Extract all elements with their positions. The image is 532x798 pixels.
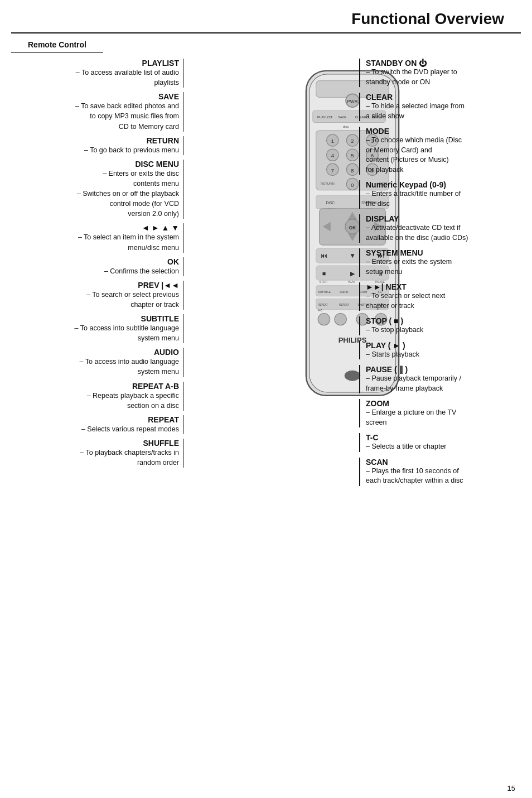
right-feature-desc-scan: – Plays the first 10 seconds of each tra… <box>366 467 515 486</box>
right-feature-desc-next: – To search or select next chapter or tr… <box>366 291 515 311</box>
left-feature-ok: OK– Confirms the selection <box>17 257 184 276</box>
left-panel: PLAYLIST– To access available list of au… <box>11 53 184 778</box>
right-feature-title-mode: MODE <box>366 127 515 136</box>
feature-title-audio: AUDIO <box>17 348 179 357</box>
svg-text:▼: ▼ <box>349 252 356 259</box>
svg-text:SAVE: SAVE <box>338 116 346 119</box>
svg-text:OK: OK <box>349 225 356 230</box>
svg-text:STOP: STOP <box>320 280 328 283</box>
svg-text:disc: disc <box>343 125 349 128</box>
right-feature-title-display: DISPLAY <box>366 214 515 223</box>
feature-desc-save: – To save back edited photos and to copy… <box>17 101 179 131</box>
feature-title-shuffle: SHUFFLE <box>17 439 179 448</box>
right-feature-desc-play: – Starts playback <box>366 350 515 360</box>
feature-title-disc-menu: DISC MENU <box>17 160 179 169</box>
svg-point-69 <box>335 314 346 325</box>
right-feature-desc-display: – Activate/deactivate CD text if availab… <box>366 223 515 243</box>
left-feature-playlist: PLAYLIST– To access available list of au… <box>17 59 184 88</box>
svg-text:SUBTITLE: SUBTITLE <box>318 291 331 294</box>
right-feature-standby: STANDBY ON ⏻– To switch the DVD player t… <box>359 59 515 87</box>
svg-text:7: 7 <box>331 167 334 174</box>
feature-title-repeat: REPEAT <box>17 415 179 424</box>
left-feature-repeat-ab: REPEAT A-B– Repeats playback a specific … <box>17 382 184 411</box>
svg-text:5: 5 <box>351 152 354 158</box>
right-feature-display: DISPLAY– Activate/deactivate CD text if … <box>359 214 515 243</box>
right-feature-desc-clear: – To hide a selected image from a slide … <box>366 102 515 121</box>
feature-desc-shuffle: – To playback chapters/tracks in random … <box>17 448 179 468</box>
right-feature-play: PLAY ( ► )– Starts playback <box>359 341 515 360</box>
right-feature-desc-system-menu: – Enters or exits the system setup menu <box>366 257 515 277</box>
right-feature-desc-tc: – Selects a title or chapter <box>366 442 515 452</box>
right-feature-zoom: ZOOM– Enlarge a picture on the TV screen <box>359 399 515 427</box>
right-feature-title-stop: STOP ( ■ ) <box>366 316 515 325</box>
left-feature-repeat: REPEAT– Selects various repeat modes <box>17 415 184 434</box>
feature-title-repeat-ab: REPEAT A-B <box>17 382 179 391</box>
left-feature-shuffle: SHUFFLE– To playback chapters/tracks in … <box>17 439 184 468</box>
right-feature-title-system-menu: SYSTEM MENU <box>366 248 515 257</box>
svg-text:8: 8 <box>351 167 354 174</box>
feature-title-return: RETURN <box>17 136 179 145</box>
left-feature-return: RETURN– To go back to previous menu <box>17 136 184 155</box>
svg-point-73 <box>345 371 361 381</box>
right-feature-mode: MODE– To choose which media (Disc or Mem… <box>359 127 515 175</box>
svg-text:1: 1 <box>331 138 334 144</box>
feature-desc-prev: – To search or select previous chapter o… <box>17 290 179 310</box>
right-feature-title-numeric: Numeric Keypad (0-9) <box>366 180 515 189</box>
svg-text:AUDIO: AUDIO <box>340 291 348 294</box>
right-feature-title-pause: PAUSE ( ‖ ) <box>366 365 515 374</box>
right-feature-stop: STOP ( ■ )– To stop playback <box>359 316 515 335</box>
page-number: 15 <box>507 784 515 792</box>
left-feature-subtitle: SUBTITLE– To access into subtitle langua… <box>17 314 184 343</box>
svg-text:RETURN: RETURN <box>321 182 335 185</box>
right-feature-title-scan: SCAN <box>366 458 515 467</box>
page-title: Functional Overview <box>11 0 521 33</box>
feature-desc-repeat: – Selects various repeat modes <box>17 424 179 434</box>
svg-text:REPEAT: REPEAT <box>318 304 328 306</box>
feature-desc-subtitle: – To access into subtitle language syste… <box>17 323 179 343</box>
right-feature-title-tc: T-C <box>366 433 515 442</box>
svg-text:DISC: DISC <box>326 201 335 205</box>
svg-text:PWR: PWR <box>347 99 357 104</box>
svg-text:▶: ▶ <box>350 270 355 277</box>
svg-text:PLAYLIST: PLAYLIST <box>317 116 333 119</box>
feature-desc-return: – To go back to previous menu <box>17 145 179 155</box>
right-feature-desc-zoom: – Enlarge a picture on the TV screen <box>366 408 515 427</box>
feature-desc-ok: – Confirms the selection <box>17 266 179 276</box>
section-title: Remote Control <box>11 33 103 53</box>
right-feature-desc-pause: – Pause playback temporarily / frame-by-… <box>366 374 515 393</box>
left-feature-prev: PREV |◄◄– To search or select previous c… <box>17 281 184 310</box>
right-feature-desc-numeric: – Enters a track/title number of the dis… <box>366 189 515 209</box>
feature-title-arrows: ◄ ► ▲ ▼ <box>17 223 179 232</box>
svg-text:A-B: A-B <box>318 309 322 312</box>
svg-text:■: ■ <box>322 270 326 277</box>
right-feature-tc: T-C– Selects a title or chapter <box>359 433 515 452</box>
feature-title-save: SAVE <box>17 92 179 101</box>
feature-title-ok: OK <box>17 257 179 266</box>
svg-text:0: 0 <box>351 182 354 188</box>
right-feature-numeric: Numeric Keypad (0-9)– Enters a track/tit… <box>359 180 515 209</box>
svg-text:4: 4 <box>331 152 334 158</box>
feature-title-subtitle: SUBTITLE <box>17 314 179 323</box>
svg-text:2: 2 <box>351 138 354 144</box>
feature-desc-repeat-ab: – Repeats playback a specific section on… <box>17 391 179 411</box>
right-feature-title-clear: CLEAR <box>366 93 515 102</box>
svg-text:REPEAT: REPEAT <box>339 304 349 306</box>
feature-desc-disc-menu: – Enters or exits the disc contents menu… <box>17 169 179 219</box>
right-feature-scan: SCAN– Plays the first 10 seconds of each… <box>359 458 515 486</box>
right-panel: STANDBY ON ⏻– To switch the DVD player t… <box>359 53 521 497</box>
svg-point-68 <box>318 314 330 325</box>
right-feature-system-menu: SYSTEM MENU– Enters or exits the system … <box>359 248 515 277</box>
svg-text:PLAY: PLAY <box>348 280 356 283</box>
feature-title-prev: PREV |◄◄ <box>17 281 179 290</box>
right-feature-next: ►►| NEXT– To search or select next chapt… <box>359 282 515 311</box>
left-feature-disc-menu: DISC MENU– Enters or exits the disc cont… <box>17 160 184 219</box>
right-feature-title-zoom: ZOOM <box>366 399 515 408</box>
left-feature-arrows: ◄ ► ▲ ▼– To select an item in the system… <box>17 223 184 252</box>
right-feature-desc-standby: – To switch the DVD player to standby mo… <box>366 68 515 87</box>
right-feature-desc-stop: – To stop playback <box>366 325 515 335</box>
right-feature-pause: PAUSE ( ‖ )– Pause playback temporarily … <box>359 365 515 393</box>
feature-title-playlist: PLAYLIST <box>17 59 179 68</box>
feature-desc-playlist: – To access available list of audio play… <box>17 68 179 88</box>
right-feature-clear: CLEAR– To hide a selected image from a s… <box>359 93 515 121</box>
feature-desc-arrows: – To select an item in the system menu/d… <box>17 232 179 252</box>
